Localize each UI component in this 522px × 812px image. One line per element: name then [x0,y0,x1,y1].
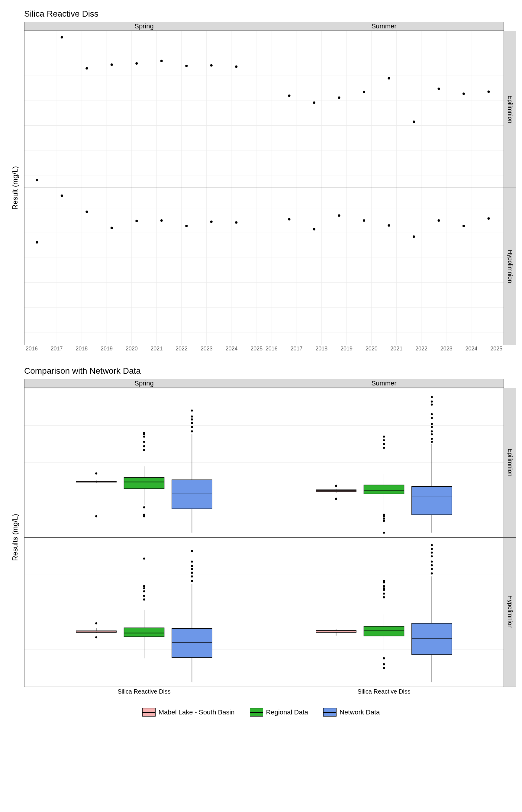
svg-point-136 [143,445,145,447]
svg-point-135 [143,449,145,451]
svg-point-111 [487,217,490,220]
panel-spring-hypolimnion: 345678 [24,188,264,345]
svg-point-215 [143,557,145,560]
svg-point-261 [431,544,433,546]
svg-point-107 [388,224,390,227]
svg-point-148 [191,419,193,421]
svg-point-170 [383,514,385,516]
svg-point-249 [383,580,385,582]
svg-point-108 [413,235,415,238]
panel-spring-epilimnion: 345678 [24,31,264,188]
boxpanel-summer-epilimnion [264,388,504,537]
boxplot-x-axis: Silica Reactive Diss Silica Reactive Dis… [24,687,504,696]
boxplot-facet-grid: Spring Summer Results (mg/L) 05101520 Ep… [6,379,516,696]
svg-point-256 [431,564,433,566]
chart1-ylabel: Result (mg/L) [6,31,24,345]
svg-point-49 [338,96,340,99]
svg-rect-130 [124,478,164,489]
svg-point-220 [191,580,193,582]
svg-point-225 [191,560,193,563]
svg-point-22 [36,179,38,181]
svg-point-168 [383,517,385,520]
svg-point-180 [431,438,433,440]
svg-point-246 [383,587,385,589]
svg-point-166 [383,532,385,534]
svg-point-186 [431,413,433,415]
svg-point-174 [383,435,385,438]
legend-item-network: Network Data [323,708,380,716]
svg-point-80 [85,210,88,213]
facet-col-summer: Summer [264,22,504,31]
svg-point-47 [288,95,290,97]
svg-point-183 [431,426,433,428]
svg-point-127 [95,472,97,474]
svg-point-145 [191,430,193,432]
svg-point-27 [160,60,163,62]
svg-point-52 [413,121,415,123]
svg-point-240 [383,667,385,669]
svg-point-185 [431,417,433,419]
svg-point-146 [191,426,193,428]
svg-rect-143 [172,480,212,509]
facet-row-hypolimnion: Hypolimnion [504,188,516,345]
svg-point-205 [95,622,97,624]
svg-point-241 [383,663,385,666]
svg-rect-252 [412,623,452,655]
svg-point-28 [185,65,187,67]
facet-row-epilimnion: Epilimnion [504,31,516,188]
svg-point-247 [383,585,385,587]
svg-rect-177 [412,486,452,515]
boxpanel-spring-hypolimnion: 05101520 [24,537,264,687]
chart2-ylabel: Results (mg/L) [6,388,24,687]
svg-point-184 [431,423,433,425]
legend-item-regional: Regional Data [250,708,308,716]
svg-point-173 [383,439,385,441]
facet-col-spring: Spring [24,22,264,31]
svg-point-223 [191,568,193,570]
svg-point-161 [335,485,337,487]
svg-rect-218 [172,629,212,658]
svg-point-257 [431,560,433,563]
svg-point-86 [235,221,237,224]
legend: Mabel Lake - South Basin Regional Data N… [6,708,516,716]
svg-point-105 [338,214,340,217]
svg-point-104 [313,228,315,230]
svg-point-147 [191,422,193,424]
svg-point-226 [191,550,193,552]
svg-point-79 [61,195,63,197]
svg-point-53 [438,87,440,90]
svg-point-260 [431,548,433,550]
svg-point-83 [160,219,163,222]
svg-point-24 [85,67,88,69]
panel-summer-epilimnion [264,31,504,188]
svg-point-222 [191,571,193,574]
svg-point-82 [135,220,138,222]
svg-point-137 [143,441,145,443]
svg-point-29 [210,64,213,66]
svg-point-84 [185,225,187,227]
scatter-facet-grid: Spring Summer Result (mg/L) 345678 Epili… [6,22,516,354]
svg-point-51 [388,77,390,79]
svg-point-138 [143,435,145,438]
svg-point-26 [135,62,138,65]
svg-point-242 [383,657,385,659]
svg-point-23 [61,36,63,39]
chart1-title: Silica Reactive Diss [24,9,516,19]
svg-point-103 [288,218,290,221]
panel-summer-hypolimnion [264,188,504,345]
svg-rect-208 [124,628,164,637]
svg-point-106 [363,219,365,222]
svg-point-221 [191,575,193,577]
svg-point-211 [143,595,145,597]
svg-point-85 [210,221,213,223]
svg-point-187 [431,404,433,406]
svg-point-160 [335,498,337,500]
svg-point-30 [235,65,237,68]
svg-point-189 [431,396,433,398]
scatter-x-axis: 2016201720182019202020212022202320242025… [24,345,504,354]
facet2-col-summer: Summer [264,379,504,388]
svg-point-134 [143,506,145,508]
svg-rect-164 [364,485,404,494]
svg-point-179 [431,441,433,443]
svg-point-212 [143,590,145,592]
